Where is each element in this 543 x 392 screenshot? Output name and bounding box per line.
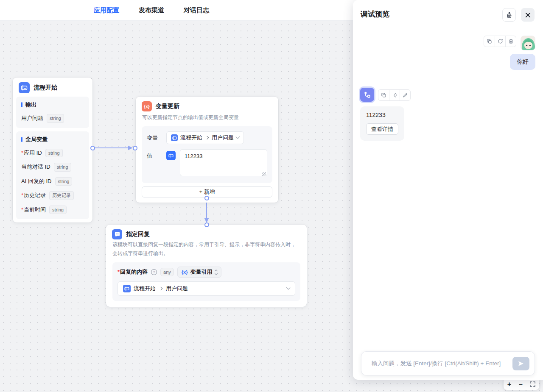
section-bar [21,137,22,142]
var-row: 当前时间 string [21,206,84,214]
node-variable-update[interactable]: {x} 变量更新 可以更新指定节点的输出值或更新全局变量 变量 流程开始 用户问… [136,97,278,203]
mode-label: 变量引用 [190,268,213,276]
copy-icon[interactable] [378,90,389,100]
variable-ref-dropdown[interactable]: 流程开始 用户问题 [166,131,244,144]
section-bar [21,102,22,107]
node-title: 流程开始 [34,84,57,92]
variable-icon: {x} [182,270,188,275]
user-message-toolbar [484,36,516,47]
type-badge: 历史记录 [49,191,74,200]
var-row: 历史记录 历史记录 [21,191,84,200]
var-label: 当前对话 ID [21,163,50,171]
reply-field-label: 回复的内容 [118,269,148,275]
chevron-right-icon [205,136,209,139]
var-row: AI 回复的 ID string [21,177,84,186]
reply-field-label-wrap: 回复的内容 [118,268,148,276]
node-title: 指定回复 [126,231,150,238]
value-field-label: 值 [147,149,162,160]
type-badge-any: any [160,268,174,277]
output-label: 用户问题 [21,114,43,122]
global-vars-section: 全局变量 应用 ID string 当前对话 ID string AI 回复的 … [16,131,89,220]
flow-start-mini-icon [171,134,178,141]
flow-start-mini-icon [123,285,131,292]
read-aloud-icon[interactable] [389,90,400,100]
ref-field: 用户问题 [212,134,234,142]
ref-field: 用户问题 [166,285,188,292]
type-badge: string [54,163,71,172]
node-flow-start[interactable]: 流程开始 输出 用户问题 string 全局变量 应用 ID string 当前… [13,78,92,222]
node-title: 变量更新 [156,103,179,110]
chevron-right-icon [159,287,162,290]
select-caret-icon [215,270,217,275]
var-label: 历史记录 [21,192,46,199]
bot-response-card: 112233 查看详情 [360,106,404,141]
canvas-zoom-controls: + − [504,378,539,390]
connection-handle-varupdate-out[interactable] [204,196,209,200]
flow-start-node-icon [19,82,30,93]
bot-avatar[interactable] [360,88,374,102]
specified-reply-node-icon [112,229,122,239]
section-title: 输出 [25,101,36,108]
type-badge: string [45,149,63,158]
clear-history-button[interactable] [502,8,516,22]
var-row: 当前对话 ID string [21,163,84,172]
node-specified-reply[interactable]: 指定回复 该模块可以直接回复一段指定的内容，常用于引导、提示，非字符串内容传入时… [106,225,307,307]
value-type-button[interactable] [166,151,176,160]
ref-source: 流程开始 [134,285,156,292]
delete-icon[interactable] [505,36,516,47]
ref-source: 流程开始 [180,134,202,142]
help-icon[interactable]: ? [151,269,157,275]
bot-message-row [360,88,411,102]
connection-handle-flowstart-out[interactable] [90,146,95,150]
debug-panel-title: 调试预览 [361,9,389,19]
section-title: 全局变量 [25,136,48,143]
tab-app-config[interactable]: 应用配置 [94,6,119,14]
bot-message-toolbar [378,89,411,101]
var-label: 当前时间 [21,206,46,214]
var-row: 应用 ID string [21,149,84,158]
reference-mode-select[interactable]: {x} 变量引用 [177,267,221,278]
output-row: 用户问题 string [21,114,84,123]
tab-publish-channel[interactable]: 发布渠道 [139,6,164,14]
node-subtitle: 可以更新指定节点的输出值或更新全局变量 [136,113,278,122]
type-badge: string [55,177,73,186]
resize-grip[interactable] [262,172,266,176]
send-button[interactable] [512,357,529,370]
chat-input[interactable] [361,360,512,367]
type-badge: string [49,206,67,214]
chat-input-box [361,351,535,375]
bot-response-text: 112233 [366,111,398,118]
reply-ref-dropdown[interactable]: 流程开始 用户问题 [118,281,295,296]
user-message-bubble: 你好 [510,54,535,70]
fullscreen-button[interactable] [530,381,535,387]
retry-icon[interactable] [495,36,505,47]
reply-content-editor: 回复的内容 ? any {x} 变量引用 流程开始 用户问题 [112,262,300,301]
var-label: 应用 ID [21,149,42,157]
close-panel-button[interactable] [521,8,535,22]
value-input[interactable]: 112233 [180,149,267,176]
view-details-button[interactable]: 查看详情 [366,123,398,135]
connection-handle-reply-in[interactable] [204,222,209,227]
connection-handle-varupdate-in[interactable] [133,146,137,150]
chevron-down-icon [286,285,291,289]
tab-chat-logs[interactable]: 对话日志 [184,6,209,14]
variable-field-label: 变量 [147,131,162,142]
zoom-in-button[interactable]: + [507,381,511,388]
zoom-out-button[interactable]: − [519,381,523,388]
debug-preview-panel: 调试预览 [353,0,543,380]
app-window: 应用配置 发布渠道 对话日志 流程开始 输出 [0,0,543,392]
variable-update-node-icon: {x} [142,101,152,111]
chevron-down-icon [236,134,240,139]
debug-panel-header: 调试预览 [353,0,543,26]
user-avatar [521,36,535,50]
user-message-row [484,36,535,50]
type-badge: string [47,114,64,123]
copy-icon[interactable] [484,36,495,47]
node-description: 该模块可以直接回复一段指定的内容，常用于引导、提示，非字符串内容传入时，会转成字… [106,240,307,258]
output-section: 输出 用户问题 string [16,97,89,128]
var-label: AI 回复的 ID [21,178,52,185]
edit-icon[interactable] [400,90,410,100]
variable-editor: 变量 流程开始 用户问题 值 [142,126,272,183]
